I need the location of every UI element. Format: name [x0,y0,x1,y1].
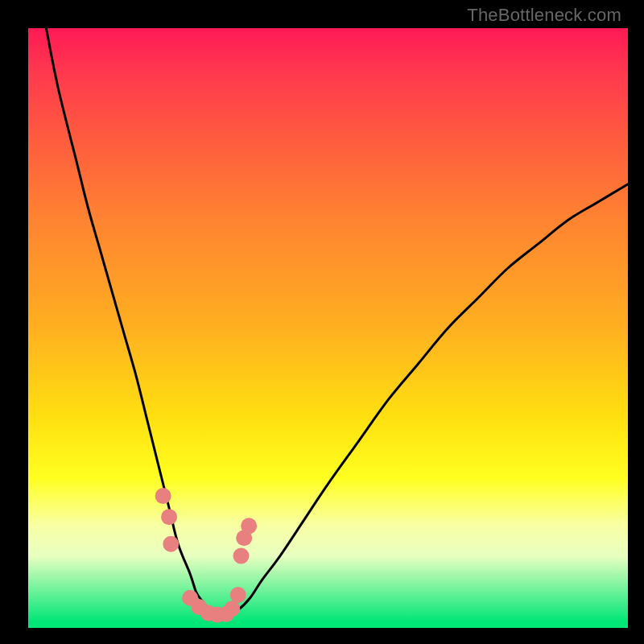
data-marker [241,518,257,534]
data-marker [161,509,177,525]
curve-right-curve [226,184,628,616]
plot-area [28,28,628,628]
data-marker [230,587,246,603]
watermark-text: TheBottleneck.com [467,5,621,26]
data-marker [155,488,171,504]
curve-lines [46,28,628,616]
chart-frame: TheBottleneck.com [0,0,644,644]
data-marker [163,536,179,552]
data-marker [233,548,249,564]
data-marker [224,601,240,617]
curve-left-curve [46,28,220,616]
curve-layer [28,28,628,628]
